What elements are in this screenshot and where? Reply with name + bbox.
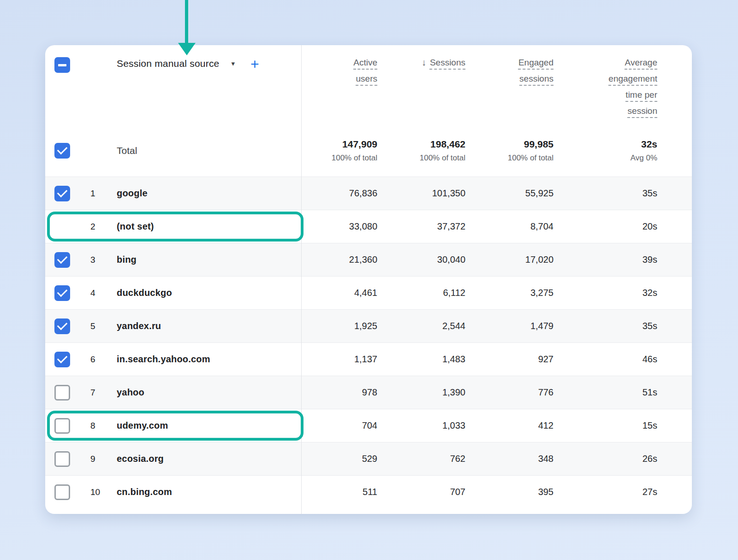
metric-sessions: 6,112 (377, 288, 465, 298)
column-header-avg-engagement-time[interactable]: Average engagement time per session (554, 54, 657, 124)
table-row: 9 ecosia.org 529 762 348 26s (45, 442, 692, 475)
metric-avg-engagement-time: 35s (554, 188, 657, 199)
metric-engaged-sessions: 8,704 (465, 221, 554, 232)
metric-avg-engagement-time: 15s (554, 420, 657, 431)
metric-avg-engagement-time: 20s (554, 221, 657, 232)
annotation-arrow-icon (178, 43, 196, 55)
row-index: 4 (70, 288, 117, 298)
table-row: 4 duckduckgo 4,461 6,112 3,275 32s (45, 276, 692, 309)
table-row: 2 (not set) 33,080 37,372 8,704 20s (45, 210, 692, 243)
column-header-active-users[interactable]: Active users (301, 54, 377, 124)
row-checkbox[interactable] (54, 252, 70, 268)
metric-active-users: 978 (301, 387, 377, 398)
chevron-down-icon: ▾ (232, 59, 235, 68)
column-divider (301, 45, 302, 514)
metric-active-users: 704 (301, 420, 377, 431)
dimension-header-area: Session manual source ▾ + (45, 45, 301, 124)
table-row: 3 bing 21,360 30,040 17,020 39s (45, 243, 692, 276)
row-index: 3 (70, 255, 117, 265)
row-source: in.search.yahoo.com (117, 354, 210, 365)
total-sessions: 198,462 100% of total (377, 139, 465, 163)
row-index: 7 (70, 388, 117, 398)
metric-active-users: 1,137 (301, 354, 377, 365)
total-avg-engagement-time: 32s Avg 0% (554, 139, 657, 163)
metric-sessions: 30,040 (377, 254, 465, 265)
row-index: 9 (70, 454, 117, 464)
metric-engaged-sessions: 395 (465, 487, 554, 497)
annotation-arrow-line (185, 0, 188, 45)
row-index: 10 (70, 487, 117, 497)
row-source: (not set) (117, 221, 154, 232)
row-checkbox[interactable] (54, 451, 70, 467)
metric-active-users: 511 (301, 487, 377, 497)
add-dimension-button[interactable]: + (250, 57, 259, 71)
metric-active-users: 76,836 (301, 188, 377, 199)
row-index: 5 (70, 321, 117, 331)
row-checkbox[interactable] (54, 418, 70, 434)
total-engaged-sessions: 99,985 100% of total (465, 139, 554, 163)
metric-sessions: 1,483 (377, 354, 465, 365)
metric-avg-engagement-time: 27s (554, 487, 657, 497)
table-row: 1 google 76,836 101,350 55,925 35s (45, 177, 692, 210)
row-index: 6 (70, 354, 117, 365)
total-active-users: 147,909 100% of total (301, 139, 377, 163)
row-checkbox[interactable] (54, 385, 70, 401)
row-source: udemy.com (117, 420, 168, 431)
metric-engaged-sessions: 55,925 (465, 188, 554, 199)
metric-sessions: 1,033 (377, 420, 465, 431)
row-source: yahoo (117, 387, 144, 398)
metric-engaged-sessions: 348 (465, 454, 554, 464)
dimension-selector[interactable]: Session manual source ▾ (117, 58, 235, 69)
metric-avg-engagement-time: 46s (554, 354, 657, 365)
table-header: Session manual source ▾ + Active users ↓… (45, 45, 692, 124)
row-index: 1 (70, 189, 117, 199)
metric-sessions: 37,372 (377, 221, 465, 232)
row-checkbox[interactable] (54, 186, 70, 201)
metric-engaged-sessions: 3,275 (465, 288, 554, 298)
row-checkbox[interactable] (54, 484, 70, 500)
sort-descending-icon: ↓ (422, 54, 426, 71)
metric-engaged-sessions: 17,020 (465, 254, 554, 265)
table-row: 6 in.search.yahoo.com 1,137 1,483 927 46… (45, 342, 692, 376)
row-checkbox[interactable] (54, 352, 70, 367)
select-all-checkbox[interactable] (54, 57, 70, 73)
row-source: duckduckgo (117, 288, 172, 298)
metric-sessions: 101,350 (377, 188, 465, 199)
metric-active-users: 33,080 (301, 221, 377, 232)
metric-avg-engagement-time: 51s (554, 387, 657, 398)
metric-engaged-sessions: 776 (465, 387, 554, 398)
metric-sessions: 2,544 (377, 321, 465, 331)
row-source: ecosia.org (117, 454, 164, 464)
table-row: 7 yahoo 978 1,390 776 51s (45, 376, 692, 409)
column-header-engaged-sessions[interactable]: Engaged sessions (465, 54, 554, 124)
row-checkbox[interactable] (54, 285, 70, 301)
total-label: Total (117, 145, 137, 156)
metric-engaged-sessions: 412 (465, 420, 554, 431)
row-source: bing (117, 254, 137, 265)
table-row: 8 udemy.com 704 1,033 412 15s (45, 409, 692, 442)
table-row: 10 cn.bing.com 511 707 395 27s (45, 475, 692, 508)
row-source: google (117, 188, 148, 199)
metric-avg-engagement-time: 35s (554, 321, 657, 331)
metric-avg-engagement-time: 32s (554, 288, 657, 298)
table-body: 1 google 76,836 101,350 55,925 35s 2 (no… (45, 177, 692, 508)
analytics-table-card: Session manual source ▾ + Active users ↓… (45, 45, 692, 514)
metric-sessions: 1,390 (377, 387, 465, 398)
metric-active-users: 21,360 (301, 254, 377, 265)
row-source: yandex.ru (117, 321, 161, 331)
row-source: cn.bing.com (117, 487, 172, 497)
metric-active-users: 4,461 (301, 288, 377, 298)
row-index: 2 (70, 222, 117, 232)
metric-sessions: 707 (377, 487, 465, 497)
metric-active-users: 529 (301, 454, 377, 464)
metric-headers: Active users ↓Sessions Engaged sessions … (301, 45, 692, 124)
total-checkbox[interactable] (54, 143, 70, 159)
column-header-sessions[interactable]: ↓Sessions (377, 54, 465, 124)
total-row: Total 147,909 100% of total 198,462 100%… (45, 124, 692, 177)
table-row: 5 yandex.ru 1,925 2,544 1,479 35s (45, 309, 692, 342)
row-checkbox[interactable] (54, 318, 70, 334)
dimension-label: Session manual source (117, 58, 220, 69)
metric-active-users: 1,925 (301, 321, 377, 331)
metric-engaged-sessions: 1,479 (465, 321, 554, 331)
row-index: 8 (70, 421, 117, 431)
